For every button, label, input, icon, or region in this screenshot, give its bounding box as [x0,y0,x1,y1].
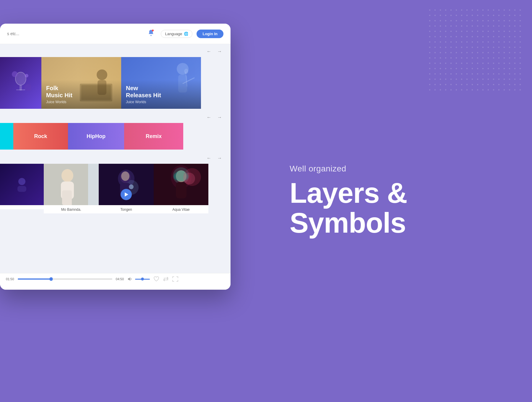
section2-next-arrow[interactable]: → [216,114,223,121]
svg-point-9 [25,84,31,91]
mo-bamnda-image [44,164,99,205]
artists-row: Mo Bamnda. [0,164,231,213]
svg-point-33 [121,171,129,181]
svg-point-8 [12,71,18,77]
svg-point-41 [183,168,201,186]
genre-card-remix[interactable]: Remix [124,123,183,150]
folk-card[interactable]: FolkMusic Hit Juice Worlds [41,57,121,109]
right-panel: Well organized Layers & Symbols [266,0,532,402]
volume-section [127,277,150,281]
artist-card-aqua-vitae[interactable]: Aqua Vitae [154,164,208,213]
folk-card-title: FolkMusic Hit [46,85,116,99]
section1-prev-arrow[interactable]: ← [205,48,213,55]
new-releases-card-overlay: NewReleases Hit Juice Worlds [121,80,201,109]
bell-icon[interactable] [147,29,157,38]
player-bar: 01:50 04:50 [0,273,231,290]
artist-card-tongen[interactable]: Tongen [99,164,154,213]
svg-point-24 [61,169,73,182]
artist1-decoration [14,176,29,193]
artist2-name: Mo Bamnda. [44,205,99,213]
section2-nav: ← → [0,110,231,123]
featured-section: ← → [0,44,231,109]
login-button[interactable]: Login In [197,30,223,38]
svg-point-34 [129,184,134,189]
svg-point-10 [25,74,28,77]
time-total: 04:50 [116,277,124,281]
svg-point-13 [97,69,107,80]
section3-prev-arrow[interactable]: ← [205,154,213,162]
section2-prev-arrow[interactable]: ← [205,114,213,121]
fullscreen-icon[interactable] [172,276,178,282]
app-content: ← → [0,44,231,290]
svg-point-3 [152,30,154,31]
artist-card-1[interactable] [0,164,44,213]
artist3-name: Tongen [99,205,154,213]
right-title: Layers & Symbols [290,178,407,238]
volume-thumb [141,278,144,281]
search-input[interactable] [7,31,142,36]
svg-point-19 [184,69,188,74]
svg-text:🌐: 🌐 [184,32,188,36]
svg-rect-23 [88,164,99,205]
genre-remix-label: Remix [146,133,162,140]
svg-marker-42 [128,277,130,281]
language-button[interactable]: Language 🌐 [161,30,193,38]
folk-card-overlay: FolkMusic Hit Juice Worlds [41,80,121,109]
header-actions: Language 🌐 Login In [147,29,223,38]
language-label: Language [165,32,182,36]
player-controls: 01:50 04:50 [6,276,225,282]
svg-rect-40 [176,182,186,198]
artist1-name [0,205,44,209]
folk-card-subtitle: Juice Worlds [46,100,116,104]
featured-cards-row: FolkMusic Hit Juice Worlds [0,57,231,109]
new-releases-card-subtitle: Juice Worlds [126,100,196,104]
progress-track[interactable] [18,278,112,280]
app-header: Language 🌐 Login In [0,24,231,44]
svg-rect-27 [66,190,72,205]
svg-point-2 [150,35,152,36]
artists-section: ← → [0,151,231,213]
genre-hiphop-label: HipHop [87,133,106,140]
new-releases-card-title: NewReleases Hit [126,85,196,99]
genre-card-hiphop[interactable]: HipHop [68,123,124,150]
section1-nav: ← → [0,44,231,57]
artist-card-mo-bamnda[interactable]: Mo Bamnda. [44,164,99,213]
play-triangle-icon [125,192,128,197]
genre-cards-row: Rock HipHop Remix [0,123,231,150]
genre-card-rock[interactable]: Rock [13,123,68,150]
time-current: 01:50 [6,277,14,281]
section3-nav: ← → [0,151,231,164]
aqua-vitae-image [154,164,208,205]
svg-point-20 [18,178,25,185]
volume-icon[interactable] [127,277,133,281]
new-releases-card[interactable]: NewReleases Hit Juice Worlds [121,57,201,109]
genre-rock-label: Rock [34,133,47,140]
genres-section: ← → Rock HipHop Remix [0,110,231,150]
app-window: Language 🌐 Login In ← → [0,24,231,290]
artist4-name: Aqua Vitae [154,205,208,213]
mic-card[interactable] [0,57,41,109]
login-label: Login In [202,32,218,36]
repeat-icon[interactable] [163,276,169,282]
translate-icon: 🌐 [184,32,188,36]
heart-icon[interactable] [153,276,159,282]
play-button-tongen[interactable] [121,189,132,200]
right-subtitle: Well organized [290,164,346,174]
microphone-icon [10,70,31,96]
section1-next-arrow[interactable]: → [216,48,223,55]
volume-bar[interactable] [135,279,150,280]
genre-card-cyan[interactable] [0,123,13,150]
svg-rect-21 [17,186,26,192]
section3-next-arrow[interactable]: → [216,154,223,162]
